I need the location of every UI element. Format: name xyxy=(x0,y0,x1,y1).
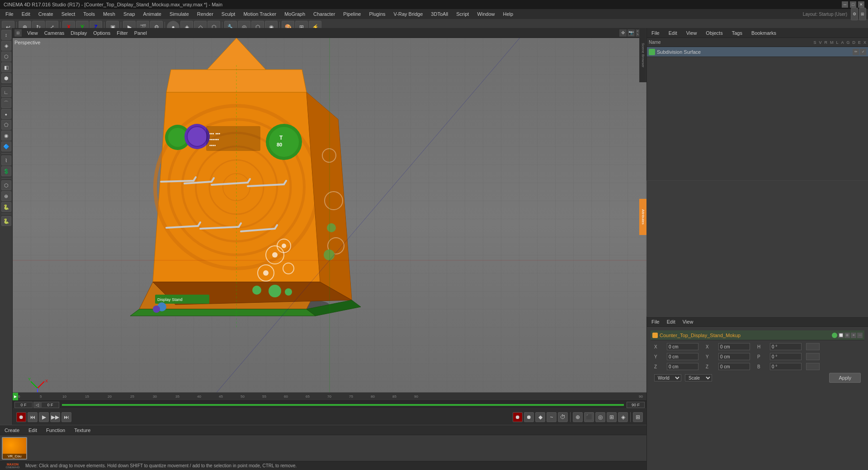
b-input[interactable] xyxy=(770,363,802,370)
minimize-button[interactable]: ─ xyxy=(842,1,848,8)
pb-record2-btn[interactable]: ⏺ xyxy=(524,412,534,422)
maximize-button[interactable]: □ xyxy=(850,1,856,8)
material-swatch-vr-cou[interactable]: VR_Cou xyxy=(2,437,27,460)
object-entry-row[interactable]: Counter_Top_Display_Stand_Mokup ⬜ ⊞ ≡ ⋯ xyxy=(651,330,864,340)
close-button[interactable]: ✕ xyxy=(858,1,864,8)
tool-8[interactable]: ⬠ xyxy=(1,120,11,130)
end-frame-input[interactable] xyxy=(627,402,645,408)
menu-3dtoall[interactable]: 3DToAll xyxy=(427,10,452,18)
pb-play-btn[interactable]: ▶ xyxy=(39,412,49,422)
tool-spline[interactable]: ⌇ xyxy=(1,155,11,165)
menu-create[interactable]: Create xyxy=(35,10,57,18)
scale-dropdown[interactable]: Scale xyxy=(685,374,712,381)
tool-1[interactable]: ◈ xyxy=(1,41,11,51)
pb-prev-btn[interactable]: ⏮ xyxy=(28,412,38,422)
pb-move-keys-btn[interactable]: ⊕ xyxy=(573,412,583,422)
om-bookmarks-menu[interactable]: Bookmarks xyxy=(749,29,779,37)
tool-2[interactable]: ⬡ xyxy=(1,52,11,61)
pb-options-btn[interactable]: ⊞ xyxy=(633,412,643,422)
menu-pipeline[interactable]: Pipeline xyxy=(340,10,364,18)
z2-input[interactable] xyxy=(718,363,750,370)
viewport-canvas[interactable]: Perspective Grid Spacing : 10 cm xyxy=(13,38,646,409)
vp-arrows-icon[interactable]: ✥ xyxy=(619,29,627,37)
pb-record-btn[interactable]: ⏺ xyxy=(16,412,26,422)
y-input[interactable] xyxy=(667,353,698,360)
window-controls[interactable]: ─ □ ✕ xyxy=(842,1,864,8)
tool-13[interactable]: 🐍 xyxy=(1,202,11,212)
menu-simulate[interactable]: Simulate xyxy=(166,10,193,18)
menu-animate[interactable]: Animate xyxy=(140,10,165,18)
menu-vray-bridge[interactable]: V-Ray Bridge xyxy=(390,10,427,18)
tool-7[interactable]: ⬥ xyxy=(1,109,11,119)
tool-9[interactable]: ◉ xyxy=(1,131,11,141)
layout-icons-button[interactable]: ⊞ xyxy=(859,8,866,20)
mat-edit-menu[interactable]: Edit xyxy=(26,427,40,434)
pb-pos-btn[interactable]: ⊞ xyxy=(607,412,617,422)
x2-input[interactable] xyxy=(718,343,750,350)
menu-edit[interactable]: Edit xyxy=(18,10,34,18)
tool-3[interactable]: ◧ xyxy=(1,62,11,72)
tool-python[interactable]: 🐍 xyxy=(1,216,11,226)
vp-filter-menu[interactable]: Filter xyxy=(114,29,130,37)
menu-mograph[interactable]: MoGraph xyxy=(281,10,309,18)
menu-script[interactable]: Script xyxy=(453,10,472,18)
vp-cameras-menu[interactable]: Cameras xyxy=(42,29,67,37)
pb-play-fwd-btn[interactable]: ▶▶ xyxy=(50,412,60,422)
menu-window[interactable]: Window xyxy=(473,10,498,18)
vp-display-menu[interactable]: Display xyxy=(68,29,90,37)
pb-key-all-btn[interactable]: ⬛ xyxy=(584,412,594,422)
y2-input[interactable] xyxy=(718,353,750,360)
side-tab[interactable]: Attributes xyxy=(639,199,646,235)
vp-camera-icon[interactable]: 📷 xyxy=(627,29,635,37)
apply-button[interactable]: Apply xyxy=(829,373,861,383)
menu-file[interactable]: File xyxy=(2,10,17,18)
pb-keyframe-btn[interactable]: ◆ xyxy=(535,412,545,422)
ab-view-menu[interactable]: View xyxy=(680,318,696,325)
pb-motion-btn[interactable]: ◎ xyxy=(595,412,605,422)
pb-autokey-btn[interactable]: ⏺ xyxy=(513,412,523,422)
pb-spline-btn[interactable]: ~ xyxy=(547,412,557,422)
scene-browser-tab[interactable]: Scene Browser xyxy=(639,28,646,82)
p-input[interactable] xyxy=(770,353,802,360)
menu-tools[interactable]: Tools xyxy=(80,10,99,18)
om-objects-menu[interactable]: Objects xyxy=(703,29,725,37)
ab-file-menu[interactable]: File xyxy=(649,318,662,325)
menu-motion-tracker[interactable]: Motion Tracker xyxy=(240,10,280,18)
pb-snap-btn[interactable]: ◈ xyxy=(618,412,628,422)
tool-6[interactable]: ⌒ xyxy=(1,98,11,108)
viewport[interactable]: ⊞ View Cameras Display Options Filter Pa… xyxy=(13,28,646,409)
om-file-menu[interactable]: File xyxy=(649,29,662,37)
tool-5[interactable]: ∟ xyxy=(1,87,11,97)
ab-edit-menu[interactable]: Edit xyxy=(664,318,678,325)
menu-mesh[interactable]: Mesh xyxy=(99,10,119,18)
pb-time-btn[interactable]: ⏱ xyxy=(558,412,568,422)
tool-sculpt[interactable]: 💲 xyxy=(1,166,11,176)
pb-stop-btn[interactable]: ⏭ xyxy=(61,412,71,422)
tool-move[interactable]: ↕ xyxy=(1,30,11,40)
timeline-track[interactable] xyxy=(62,404,624,406)
vp-options-menu[interactable]: Options xyxy=(90,29,113,37)
current-frame-input[interactable] xyxy=(14,402,33,408)
mat-create-menu[interactable]: Create xyxy=(2,427,22,434)
om-tags-menu[interactable]: Tags xyxy=(729,29,745,37)
vp-view-menu[interactable]: View xyxy=(24,29,41,37)
menu-plugins[interactable]: Plugins xyxy=(365,10,389,18)
om-edit-menu[interactable]: Edit xyxy=(666,29,680,37)
om-view-menu[interactable]: View xyxy=(684,29,700,37)
menu-render[interactable]: Render xyxy=(193,10,217,18)
frame-display[interactable] xyxy=(41,402,59,408)
tool-10[interactable]: 🔷 xyxy=(1,141,11,151)
x-input[interactable] xyxy=(667,343,698,350)
tool-4[interactable]: ⬢ xyxy=(1,73,11,83)
tool-12[interactable]: ⊕ xyxy=(1,191,11,201)
menu-select[interactable]: Select xyxy=(58,10,79,18)
layout-settings-button[interactable]: ⚙ xyxy=(851,8,858,20)
subdivision-surface-entry[interactable]: Subdivision Surface ✏ ✓ xyxy=(647,47,868,57)
menu-character[interactable]: Character xyxy=(310,10,339,18)
world-dropdown[interactable]: World Object xyxy=(654,374,681,381)
vp-panel-menu[interactable]: Panel xyxy=(132,29,150,37)
tool-11[interactable]: ⬡ xyxy=(1,180,11,190)
prev-frame-btn[interactable]: ◁ xyxy=(33,402,41,408)
h-input[interactable] xyxy=(770,343,802,350)
z-input[interactable] xyxy=(667,363,698,370)
